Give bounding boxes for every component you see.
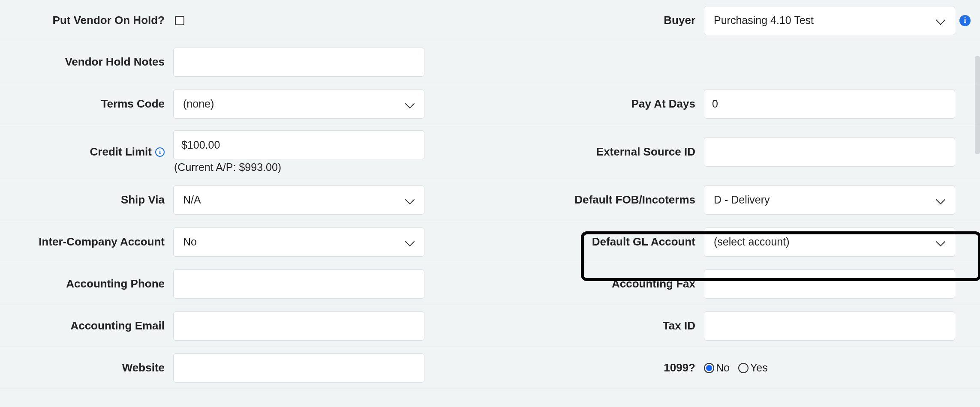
label-inter-company-account: Inter-Company Account — [0, 235, 173, 248]
accounting-email-input[interactable] — [173, 311, 424, 341]
row-shipvia-fob: Ship Via N/A Default FOB/Incoterms D - D… — [0, 179, 980, 221]
terms-code-select-text: (none) — [183, 98, 214, 110]
ship-via-select-text: N/A — [183, 194, 201, 206]
1099-no-label: No — [716, 362, 730, 374]
label-1099: 1099? — [481, 361, 704, 374]
label-ship-via: Ship Via — [0, 193, 173, 206]
label-default-gl-account: Default GL Account — [481, 235, 704, 248]
1099-yes-radio[interactable] — [738, 363, 749, 373]
chevron-down-icon — [405, 99, 415, 109]
tax-id-input[interactable] — [704, 311, 955, 341]
1099-yes-label: Yes — [750, 362, 768, 374]
row-terms-payatdays: Terms Code (none) Pay At Days — [0, 83, 980, 125]
chevron-down-icon — [936, 195, 945, 205]
value-accounting-phone — [173, 269, 481, 299]
label-buyer: Buyer — [481, 14, 704, 27]
accounting-phone-input[interactable] — [173, 269, 424, 299]
label-credit-limit: Credit Limit i — [0, 145, 173, 159]
row-phone-fax: Accounting Phone Accounting Fax — [0, 263, 980, 305]
buyer-select-text: Purchasing 4.10 Test — [714, 14, 814, 27]
label-default-fob: Default FOB/Incoterms — [481, 193, 704, 206]
value-buyer: Purchasing 4.10 Test i — [704, 6, 973, 35]
credit-limit-help: (Current A/P: $993.00) — [173, 161, 281, 174]
label-pay-at-days: Pay At Days — [481, 97, 704, 111]
value-terms-code: (none) — [173, 90, 481, 119]
value-website — [173, 353, 481, 383]
value-inter-company-account: No — [173, 227, 481, 257]
pay-at-days-input[interactable] — [704, 90, 955, 119]
default-gl-account-select-text: (select account) — [714, 236, 789, 248]
value-accounting-fax — [704, 269, 973, 299]
value-put-vendor-on-hold — [173, 16, 481, 25]
value-default-fob: D - Delivery — [704, 186, 973, 215]
row-website-1099: Website 1099? No Yes — [0, 347, 980, 389]
chevron-down-icon — [936, 16, 945, 25]
value-ship-via: N/A — [173, 186, 481, 215]
value-credit-limit: (Current A/P: $993.00) — [173, 130, 481, 174]
row-credit-external: Credit Limit i (Current A/P: $993.00) Ex… — [0, 125, 980, 179]
row-hold-buyer: Put Vendor On Hold? Buyer Purchasing 4.1… — [0, 0, 980, 41]
inter-company-account-select[interactable]: No — [173, 227, 424, 257]
external-source-id-input[interactable] — [704, 138, 955, 167]
value-external-source-id — [704, 138, 973, 167]
info-icon[interactable]: i — [155, 147, 165, 157]
inter-company-account-select-text: No — [183, 236, 197, 248]
label-tax-id: Tax ID — [481, 319, 704, 332]
row-vendor-hold-notes: Vendor Hold Notes — [0, 41, 980, 83]
value-default-gl-account: (select account) — [704, 227, 973, 257]
label-credit-limit-text: Credit Limit — [90, 145, 152, 159]
label-accounting-fax: Accounting Fax — [481, 277, 704, 290]
label-accounting-email: Accounting Email — [0, 319, 173, 332]
1099-no-radio[interactable] — [704, 363, 714, 373]
row-email-taxid: Accounting Email Tax ID — [0, 305, 980, 347]
label-accounting-phone: Accounting Phone — [0, 277, 173, 290]
default-fob-select-text: D - Delivery — [714, 194, 770, 206]
default-fob-select[interactable]: D - Delivery — [704, 186, 955, 215]
label-put-vendor-on-hold: Put Vendor On Hold? — [0, 14, 173, 27]
value-1099: No Yes — [704, 362, 973, 374]
buyer-select[interactable]: Purchasing 4.10 Test — [704, 6, 955, 35]
scrollbar-thumb[interactable] — [975, 56, 980, 154]
value-accounting-email — [173, 311, 481, 341]
value-tax-id — [704, 311, 973, 341]
row-intercompany-gl: Inter-Company Account No Default GL Acco… — [0, 221, 980, 263]
chevron-down-icon — [405, 237, 415, 247]
label-website: Website — [0, 361, 173, 374]
label-terms-code: Terms Code — [0, 97, 173, 111]
label-vendor-hold-notes: Vendor Hold Notes — [0, 55, 173, 69]
website-input[interactable] — [173, 353, 424, 383]
terms-code-select[interactable]: (none) — [173, 90, 424, 119]
chevron-down-icon — [405, 195, 415, 205]
vendor-hold-notes-input[interactable] — [173, 48, 424, 77]
credit-limit-input[interactable] — [173, 130, 424, 159]
label-external-source-id: External Source ID — [481, 145, 704, 159]
chevron-down-icon — [936, 237, 945, 247]
put-vendor-on-hold-checkbox[interactable] — [175, 16, 184, 25]
value-vendor-hold-notes — [173, 48, 481, 77]
info-icon[interactable]: i — [959, 15, 971, 26]
ship-via-select[interactable]: N/A — [173, 186, 424, 215]
default-gl-account-select[interactable]: (select account) — [704, 227, 955, 257]
value-pay-at-days — [704, 90, 973, 119]
accounting-fax-input[interactable] — [704, 269, 955, 299]
